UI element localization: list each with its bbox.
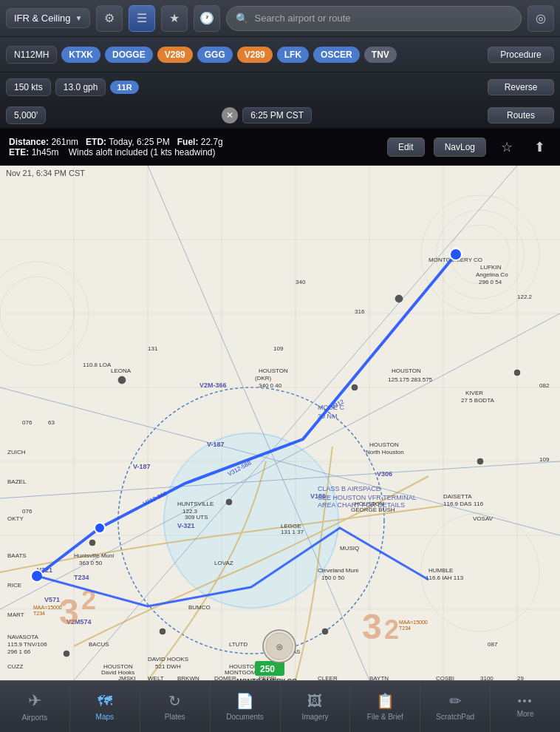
svg-point-30 [89, 540, 95, 546]
altitude-row: 5,000' ✕ 6:25 PM CST Routes [0, 102, 560, 129]
list-view-button[interactable]: ☰ [129, 5, 155, 32]
svg-text:JMSKI: JMSKI [118, 675, 136, 680]
waypoint-11r[interactable]: 11R [110, 81, 138, 94]
scratchpad-label: ScratchPad [436, 713, 474, 721]
reverse-button[interactable]: Reverse [488, 79, 554, 95]
svg-text:North Houston: North Houston [366, 449, 404, 455]
svg-text:131: 131 [148, 345, 158, 352]
location-button[interactable]: ◎ [527, 5, 554, 32]
svg-text:LOVAZ: LOVAZ [214, 560, 233, 566]
distance-value: 261nm [51, 137, 78, 147]
svg-text:RICE: RICE [7, 582, 21, 589]
svg-point-31 [352, 384, 358, 390]
fuel-flow-button[interactable]: 13.0 gph [55, 78, 106, 96]
aircraft-id-button[interactable]: N112MH [6, 46, 57, 64]
etd-label: ETD: [86, 137, 106, 147]
svg-text:V571: V571 [44, 596, 60, 603]
altitude-button[interactable]: 5,000' [6, 106, 46, 124]
more-label: More [517, 710, 534, 718]
svg-text:DAVID HOOKS: DAVID HOOKS [148, 656, 188, 662]
map-timestamp: Nov 21, 6:34 PM CST [6, 169, 85, 177]
svg-text:T234: T234 [74, 574, 89, 581]
svg-text:MUSIQ: MUSIQ [340, 545, 359, 552]
svg-point-29 [226, 499, 232, 505]
nav-documents[interactable]: 📄 Documents [211, 681, 281, 732]
svg-text:110.8 LOA: 110.8 LOA [83, 362, 112, 368]
waypoint-v289-2[interactable]: V289 [237, 47, 273, 63]
search-placeholder: Search airport or route [254, 13, 350, 24]
svg-text:V-187: V-187 [207, 441, 225, 448]
svg-text:BACUS: BACUS [89, 641, 109, 648]
history-button[interactable]: 🕐 [194, 5, 220, 32]
map-area[interactable]: LEONA 110.8 LOA HUNTSVILLE 122.3 309 UTS… [0, 166, 560, 680]
share-button[interactable]: ⬆ [527, 135, 551, 159]
dropdown-label: IFR & Ceiling [14, 13, 71, 24]
svg-text:HUNTSVILLE: HUNTSVILLE [177, 501, 214, 507]
filebrief-label: File & Brief [367, 713, 403, 721]
waypoint-oscer[interactable]: OSCER [313, 47, 360, 63]
chevron-down-icon: ▼ [75, 14, 83, 22]
svg-text:340: 340 [296, 279, 306, 285]
svg-point-34 [322, 628, 328, 634]
svg-text:HOUSTON: HOUSTON [392, 367, 421, 374]
airports-icon: ✈ [28, 691, 41, 711]
svg-text:AREA CHART FOR DETAILS: AREA CHART FOR DETAILS [318, 501, 405, 509]
winds-note: Winds aloft included (1 kts headwind) [69, 147, 216, 157]
svg-text:BAATS: BAATS [7, 552, 27, 559]
nav-imagery[interactable]: 🖼 Imagery [281, 681, 351, 732]
speed-button[interactable]: 150 kts [6, 78, 51, 96]
nav-maps[interactable]: 🗺 Maps [70, 681, 140, 732]
svg-text:Angelina Co: Angelina Co [476, 271, 508, 278]
nav-scratchpad[interactable]: ✏ ScratchPad [420, 681, 491, 732]
close-button[interactable]: ✕ [222, 107, 238, 123]
plates-label: Plates [165, 713, 185, 721]
maps-icon: 🗺 [98, 693, 112, 710]
svg-text:109: 109 [273, 345, 284, 352]
svg-text:SEE HOUSTON VFR TERMINAL: SEE HOUSTON VFR TERMINAL [318, 494, 417, 501]
waypoint-dogge[interactable]: DOGGE [105, 47, 153, 63]
edit-button[interactable]: Edit [387, 138, 425, 157]
fuel-value: 22.7g [201, 137, 223, 147]
settings-button[interactable]: ⚙ [96, 5, 123, 32]
nav-airports[interactable]: ✈ Airports [0, 681, 70, 732]
svg-text:ZUICH: ZUICH [7, 449, 26, 455]
waypoint-lfk[interactable]: LFK [277, 47, 309, 63]
svg-text:2: 2 [384, 614, 399, 645]
waypoint-v289-1[interactable]: V289 [157, 47, 193, 63]
clock-icon: 🕐 [199, 11, 214, 25]
star-icon: ★ [169, 11, 180, 25]
waypoint-tnv[interactable]: TNV [364, 47, 397, 63]
svg-text:082: 082 [539, 382, 550, 389]
favorites-button[interactable]: ★ [161, 5, 188, 32]
svg-point-136 [95, 523, 105, 533]
waypoint-ggg[interactable]: GGG [197, 47, 233, 63]
svg-text:HUMBLE: HUMBLE [428, 567, 453, 574]
svg-text:340 0 40: 340 0 40 [259, 382, 282, 389]
procedure-button[interactable]: Procedure [488, 47, 554, 63]
svg-text:3100: 3100 [480, 675, 494, 680]
imagery-label: Imagery [301, 713, 328, 721]
search-icon: 🔍 [236, 13, 248, 24]
search-bar[interactable]: 🔍 Search airport or route [226, 6, 522, 31]
nav-plates[interactable]: ↻ Plates [140, 681, 211, 732]
info-bar: Distance: 261nm ETD: Today, 6:25 PM Fuel… [0, 129, 560, 166]
routes-button[interactable]: Routes [488, 107, 554, 123]
svg-text:Cleveland Muni: Cleveland Muni [318, 567, 358, 574]
svg-point-36 [514, 370, 520, 376]
ifr-ceiling-dropdown[interactable]: IFR & Ceiling ▼ [6, 8, 90, 28]
navlog-button[interactable]: NavLog [434, 138, 486, 157]
nav-filebrief[interactable]: 📋 File & Brief [350, 681, 420, 732]
svg-text:COSBI: COSBI [436, 675, 454, 680]
svg-text:HOUSTON: HOUSTON [259, 367, 288, 374]
waypoint-ktxk[interactable]: KTXK [61, 47, 100, 63]
svg-text:116.6 IAH 113: 116.6 IAH 113 [426, 575, 464, 581]
bookmark-button[interactable]: ☆ [495, 135, 519, 159]
svg-text:V2M-366: V2M-366 [199, 382, 227, 389]
flight-info-text: Distance: 261nm ETD: Today, 6:25 PM Fuel… [9, 137, 378, 157]
svg-text:MAA=15000: MAA=15000 [399, 620, 428, 625]
nav-more[interactable]: ••• More [491, 681, 560, 732]
svg-text:DOMER: DOMER [214, 675, 236, 680]
svg-point-28 [118, 376, 126, 384]
svg-text:116.9 DAS 116: 116.9 DAS 116 [443, 501, 484, 507]
gear-icon: ⚙ [104, 11, 115, 25]
